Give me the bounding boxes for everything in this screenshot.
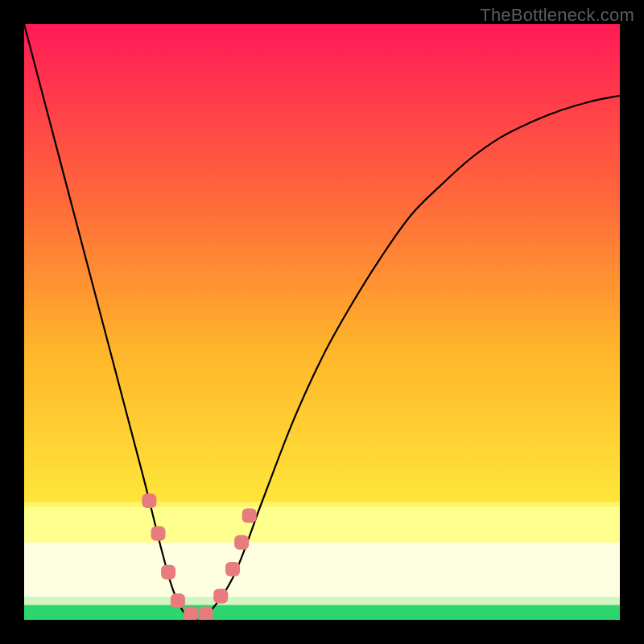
watermark-text: TheBottleneck.com (480, 5, 634, 26)
bottleneck-curve (24, 24, 620, 620)
curve-marker (199, 607, 213, 620)
chart-frame: TheBottleneck.com (0, 0, 644, 644)
curve-marker (234, 535, 249, 550)
plot-area (24, 24, 620, 620)
curve-marker (142, 493, 156, 508)
curve-marker (161, 565, 175, 580)
curve-marker (225, 562, 240, 576)
curve-marker (184, 607, 198, 620)
curve-marker (242, 509, 257, 523)
curve-marker (151, 526, 166, 541)
curve-marker (213, 588, 228, 603)
curve-marker (171, 593, 185, 608)
